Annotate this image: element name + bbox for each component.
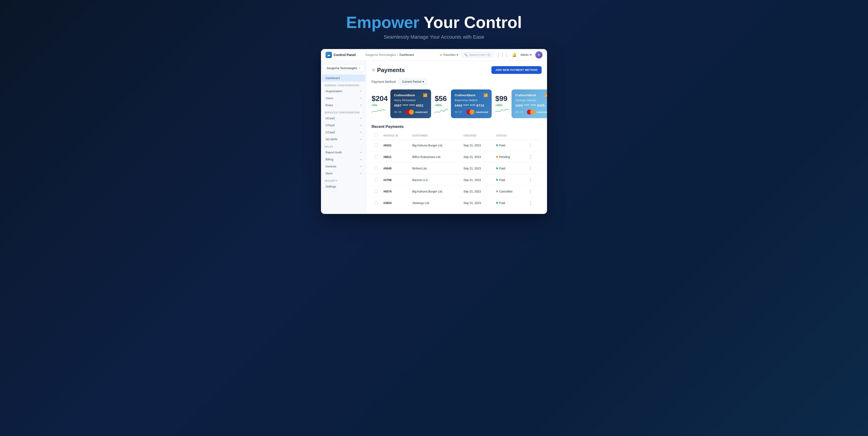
- mastercard-logo-3: mastercard: [527, 109, 547, 114]
- card-group-1: $204 +5% CraftworkBank 📶 Henry Richardso…: [372, 90, 431, 118]
- sidebar-item-invoices[interactable]: Invoices ▾: [322, 163, 365, 170]
- amount-display-1: $204 +5%: [372, 94, 388, 113]
- sidebar-report-audit-label: Report Audit: [326, 151, 342, 154]
- sidebar-item-roles[interactable]: Roles ▾: [322, 102, 365, 109]
- table-row: #5045 Binford Ltd. Sep 21, 2023 Paid ⋮: [372, 163, 541, 174]
- col-invoice-id: INVOICE ID: [381, 132, 410, 140]
- sidebar-item-store[interactable]: Store ▾: [322, 170, 365, 177]
- sidebar-ucaas-label: UCaaS: [326, 116, 335, 120]
- favorites-chevron: ▾: [457, 53, 458, 57]
- credit-card-2[interactable]: CraftworkBank 📶 Brijamohan Mallick 3460 …: [451, 90, 492, 118]
- search-box[interactable]: 🔍 Search (cmd + K): [462, 52, 493, 58]
- card-holder-2: Brijamohan Mallick: [455, 99, 488, 102]
- sidebar-roles-label: Roles: [326, 103, 333, 107]
- mc-brand-2: mastercard: [476, 111, 488, 113]
- row-check-cell: [372, 174, 381, 186]
- contactless-icon-1: 📶: [423, 93, 428, 97]
- payment-method-label: Payment Method: [372, 80, 396, 83]
- page-title-text: Payments: [377, 67, 405, 74]
- mini-chart-2: [435, 108, 448, 113]
- page-title: ☆ Payments: [372, 67, 405, 74]
- admin-button[interactable]: Admin ▾: [520, 53, 532, 57]
- col-actions: [524, 132, 541, 140]
- status-dot: [496, 179, 498, 181]
- grid-icon[interactable]: ⋮⋮⋮: [496, 53, 508, 57]
- row-more-button-2[interactable]: ⋮: [527, 165, 534, 171]
- amount-change-3: +45%: [495, 104, 502, 107]
- mastercard-logo-2: mastercard: [466, 109, 488, 114]
- breadcrumb-separator: ›: [397, 53, 398, 57]
- row-checkbox-5[interactable]: [374, 201, 378, 204]
- actions-cell: ⋮: [524, 163, 541, 174]
- row-checkbox-3[interactable]: [374, 178, 378, 181]
- created-cell: Sep 21, 2023: [461, 163, 493, 174]
- sidebar-item-billing[interactable]: Billing ▾: [322, 156, 365, 163]
- sidebar-item-cpaas[interactable]: CPaaS ▾: [322, 122, 365, 129]
- actions-cell: ⋮: [524, 174, 541, 186]
- sidebar: Sangoma Technologies ▾ Dashboard GENERAL…: [321, 61, 366, 214]
- sidebar-section-security: SECURITY: [321, 177, 366, 183]
- sidebar-item-dashboard[interactable]: Dashboard: [322, 74, 365, 81]
- sidebar-store-label: Store: [326, 172, 333, 175]
- cpaas-expand-icon: ▾: [360, 124, 362, 127]
- sidebar-item-ccaas[interactable]: CCaaS ▾: [322, 129, 365, 136]
- sidebar-item-users[interactable]: Users ▾: [322, 95, 365, 102]
- add-payment-button[interactable]: ADD NEW PAYMENT METHOD: [491, 66, 541, 74]
- row-more-button-4[interactable]: ⋮: [527, 189, 534, 194]
- sidebar-section-general: GENERAL CONFIGURATION: [321, 81, 366, 88]
- table-row: #3933 Abstergo Ltd. Sep 21, 2023 Paid ⋮: [372, 197, 541, 209]
- bell-icon[interactable]: 🔔: [512, 53, 517, 57]
- row-more-button-1[interactable]: ⋮: [527, 154, 534, 160]
- row-checkbox-1[interactable]: [374, 155, 378, 158]
- sidebar-settings-label: Settings: [326, 185, 336, 188]
- card-expiry-1: 04 / 25: [394, 111, 402, 113]
- sidebar-ccaas-label: CCaaS: [326, 131, 335, 134]
- invoice-id-cell: #9151: [381, 140, 410, 151]
- credit-card-1[interactable]: CraftworkBank 📶 Henry Richardson 4567 **…: [391, 90, 431, 118]
- card-bank-1: CraftworkBank 📶: [394, 93, 428, 97]
- contactless-icon-2: 📶: [484, 93, 488, 97]
- card-number-1: 4567 **** **** 4501: [394, 104, 428, 107]
- sidebar-section-sales: SALES: [321, 143, 366, 149]
- customer-cell: Barone LLC.: [410, 174, 461, 186]
- status-cell: Paid: [493, 174, 524, 186]
- row-more-button-5[interactable]: ⋮: [527, 200, 534, 206]
- page-favorite-icon[interactable]: ☆: [372, 68, 375, 72]
- amount-display-2: $56 +84%: [435, 94, 448, 113]
- row-checkbox-0[interactable]: [374, 143, 378, 147]
- customer-cell: Big Kahuna Burger Ltd.: [410, 140, 461, 151]
- invoice-id-cell: #3933: [381, 197, 410, 209]
- table-row: #8811 Biffco Enterprises Ltd. Sep 21, 20…: [372, 151, 541, 163]
- period-select[interactable]: Current Period ▾: [399, 78, 427, 85]
- sidebar-item-organization[interactable]: Organization ▾: [322, 88, 365, 95]
- col-customer: CUSTOMER: [410, 132, 461, 140]
- org-chevron-icon: ▾: [359, 67, 360, 69]
- billing-expand-icon: ▾: [360, 158, 362, 161]
- sidebar-item-ucaas[interactable]: UCaaS ▾: [322, 115, 365, 122]
- breadcrumb-parent[interactable]: Sangoma Technologies: [365, 53, 396, 57]
- main-content: ☆ Payments ADD NEW PAYMENT METHOD Paymen…: [366, 61, 547, 214]
- mc-brand-3: mastercard: [536, 111, 547, 113]
- row-more-button-0[interactable]: ⋮: [527, 142, 534, 148]
- row-checkbox-4[interactable]: [374, 189, 378, 193]
- sidebar-item-sdwan[interactable]: SD-WAN ▾: [322, 136, 365, 143]
- row-check-cell: [372, 163, 381, 174]
- card-footer-3: 06 / 27 mastercard: [515, 109, 547, 114]
- row-more-button-3[interactable]: ⋮: [527, 177, 534, 183]
- status-dot: [496, 167, 498, 169]
- table-row: #2798 Barone LLC. Sep 21, 2023 Paid ⋮: [372, 174, 541, 186]
- sidebar-item-report-audit[interactable]: Report Audit ▾: [322, 149, 365, 156]
- admin-chevron-icon: ▾: [530, 53, 532, 57]
- card-bank-2: CraftworkBank 📶: [455, 93, 488, 97]
- actions-cell: ⋮: [524, 151, 541, 163]
- card-footer-1: 04 / 25 mastercard: [394, 109, 428, 114]
- org-selector[interactable]: Sangoma Technologies ▾: [323, 64, 364, 72]
- period-label: Current Period: [402, 80, 421, 83]
- hero-section: Empower Your Control Seamlessly Manage Y…: [346, 9, 522, 40]
- favorites-button[interactable]: ★ Favorites ▾: [439, 53, 458, 57]
- row-checkbox-2[interactable]: [374, 166, 378, 170]
- sidebar-item-settings[interactable]: Settings: [322, 183, 365, 190]
- credit-card-3[interactable]: CraftworkBank 📶 Santiago Valentin 1005 *…: [512, 90, 547, 118]
- roles-expand-icon: ▾: [360, 104, 362, 106]
- select-all-checkbox[interactable]: [374, 134, 378, 137]
